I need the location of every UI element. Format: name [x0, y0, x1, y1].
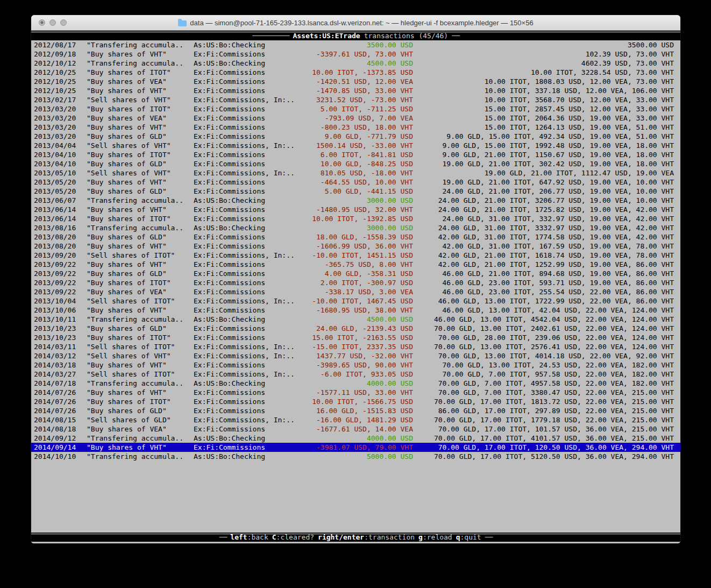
transaction-balance-amount: 46.00 GLD, 23.00 ITOT, 255.54 USD, 22.00… — [413, 287, 674, 296]
transaction-date: 2014/03/11 — [34, 342, 87, 351]
terminal-window: data — simon@pool-71-165-239-133.lsanca.… — [31, 15, 680, 543]
transaction-row[interactable]: 2013/05/20"Buy shares of GLD"Ex:Fi:Commi… — [31, 187, 680, 196]
transaction-balance-amount: 70.00 GLD, 13.00 ITOT, 24.53 USD, 22.00 … — [413, 360, 674, 370]
transaction-description: "Buy shares of ITOT" — [87, 278, 194, 287]
transaction-row[interactable]: 2013/09/20"Sell shares of ITOT"Ex:Fi:Com… — [31, 251, 680, 260]
transaction-date: 2014/08/15 — [34, 415, 87, 424]
transaction-balance-amount: 70.00 GLD, 7.00 ITOT, 957.58 USD, 22.00 … — [413, 370, 674, 379]
transaction-description: "Buy shares of VEA" — [87, 77, 194, 86]
transaction-balance-amount: 70.00 GLD, 17.00 ITOT, 5120.50 USD, 36.0… — [413, 452, 674, 461]
transaction-row[interactable]: 2013/09/22"Buy shares of VHT"Ex:Fi:Commi… — [31, 260, 680, 269]
transaction-row[interactable]: 2013/10/23"Buy shares of GLD"Ex:Fi:Commi… — [31, 324, 680, 333]
key-hint-left: left:back — [230, 533, 268, 541]
transaction-date: 2013/09/22 — [34, 260, 87, 269]
transaction-row[interactable]: 2014/07/26"Buy shares of GLD"Ex:Fi:Commi… — [31, 406, 680, 415]
zoom-button[interactable] — [60, 19, 67, 26]
transaction-row[interactable]: 2013/08/20"Buy shares of VHT"Ex:Fi:Commi… — [31, 242, 680, 251]
transaction-row[interactable]: 2013/10/11"Transfering accumula..As:US:B… — [31, 315, 680, 324]
transaction-row[interactable]: 2014/03/11"Sell shares of ITOT"Ex:Fi:Com… — [31, 342, 680, 351]
transaction-description: "Buy shares of GLD" — [87, 406, 194, 415]
transaction-other-account: Ex:Fi:Commissions — [194, 150, 298, 159]
transaction-row-selected[interactable]: 2014/09/14"Buy shares of VHT"Ex:Fi:Commi… — [31, 443, 680, 452]
empty-terminal-area — [31, 461, 680, 533]
transaction-change-amount: 4.00 GLD, -358.31 USD — [298, 269, 413, 278]
transaction-change-amount: 4000.00 USD — [298, 379, 413, 388]
transaction-date: 2013/08/16 — [34, 223, 87, 232]
transaction-row[interactable]: 2014/10/10"Transfering accumula..As:US:B… — [31, 452, 680, 461]
transaction-row[interactable]: 2014/07/26"Buy shares of VHT"Ex:Fi:Commi… — [31, 388, 680, 397]
transaction-other-account: Ex:Fi:Commissions, In:.. — [194, 415, 298, 424]
transaction-other-account: As:US:Bo:Checking — [194, 40, 298, 49]
transaction-description: "Buy shares of ITOT" — [87, 333, 194, 342]
transaction-row[interactable]: 2014/03/27"Sell shares of ITOT"Ex:Fi:Com… — [31, 370, 680, 379]
transaction-balance-amount: 10.00 ITOT, 3228.54 USD, 73.00 VHT — [413, 68, 674, 77]
transaction-row[interactable]: 2013/08/16"Transfering accumula..As:US:B… — [31, 223, 680, 232]
transaction-change-amount: 810.05 USD, -18.00 VHT — [298, 168, 413, 178]
transaction-row[interactable]: 2012/10/12"Transfering accumula..As:US:B… — [31, 59, 680, 68]
transaction-description: "Buy shares of VHT" — [87, 123, 194, 132]
transaction-row[interactable]: 2013/05/10"Sell shares of VHT"Ex:Fi:Comm… — [31, 168, 680, 178]
transaction-change-amount: -365.75 USD, 8.00 VHT — [298, 260, 413, 269]
transaction-row[interactable]: 2013/06/14"Buy shares of VHT"Ex:Fi:Commi… — [31, 205, 680, 214]
transaction-row[interactable]: 2013/10/06"Buy shares of VHT"Ex:Fi:Commi… — [31, 306, 680, 315]
transaction-change-amount: 2.00 ITOT, -300.97 USD — [298, 278, 413, 287]
close-button[interactable] — [39, 19, 45, 26]
transaction-row[interactable]: 2013/09/22"Buy shares of GLD"Ex:Fi:Commi… — [31, 269, 680, 278]
transaction-date: 2013/05/20 — [34, 187, 87, 196]
transaction-row[interactable]: 2013/03/20"Buy shares of VHT"Ex:Fi:Commi… — [31, 123, 680, 132]
transaction-change-amount: 16.00 GLD, -1515.83 USD — [298, 406, 413, 415]
transaction-row[interactable]: 2013/04/10"Buy shares of GLD"Ex:Fi:Commi… — [31, 159, 680, 168]
transaction-row[interactable]: 2013/10/23"Buy shares of ITOT"Ex:Fi:Comm… — [31, 333, 680, 342]
transaction-change-amount: 3500.00 USD — [298, 40, 413, 49]
transaction-row[interactable]: 2014/03/18"Buy shares of VHT"Ex:Fi:Commi… — [31, 360, 680, 370]
transaction-balance-amount: 42.00 GLD, 21.00 ITOT, 1618.74 USD, 19.0… — [413, 251, 674, 260]
transaction-description: "Buy shares of ITOT" — [87, 214, 194, 223]
transaction-date: 2013/10/04 — [34, 296, 87, 306]
terminal-content: ────────── Assets:US:ETrade transactions… — [31, 31, 680, 543]
transaction-other-account: As:US:Bo:Checking — [194, 59, 298, 68]
transaction-row[interactable]: 2014/09/12"Transfering accumula..As:US:B… — [31, 434, 680, 443]
transaction-other-account: Ex:Fi:Commissions — [194, 68, 298, 77]
transaction-row[interactable]: 2014/07/18"Transfering accumula..As:US:B… — [31, 379, 680, 388]
transaction-description: "Buy shares of ITOT" — [87, 150, 194, 159]
transaction-change-amount: -3981.07 USD, 79.00 VHT — [298, 443, 413, 452]
transaction-other-account: Ex:Fi:Commissions, In:.. — [194, 168, 298, 178]
transaction-balance-amount: 42.00 GLD, 21.00 ITOT, 1252.99 USD, 19.0… — [413, 260, 674, 269]
transaction-description: "Transfering accumula.. — [87, 59, 194, 68]
transaction-row[interactable]: 2014/08/15"Sell shares of GLD"Ex:Fi:Comm… — [31, 415, 680, 424]
transaction-row[interactable]: 2012/10/25"Buy shares of ITOT"Ex:Fi:Comm… — [31, 68, 680, 77]
transaction-row[interactable]: 2013/09/22"Buy shares of VEA"Ex:Fi:Commi… — [31, 287, 680, 296]
transaction-row[interactable]: 2013/09/22"Buy shares of ITOT"Ex:Fi:Comm… — [31, 278, 680, 287]
transaction-row[interactable]: 2014/03/12"Sell shares of VHT"Ex:Fi:Comm… — [31, 351, 680, 360]
transaction-description: "Buy shares of ITOT" — [87, 397, 194, 406]
transaction-description: "Sell shares of ITOT" — [87, 296, 194, 306]
transaction-row[interactable]: 2013/03/20"Buy shares of VEA"Ex:Fi:Commi… — [31, 114, 680, 123]
transaction-change-amount: -1470.85 USD, 33.00 VHT — [298, 86, 413, 95]
transaction-description: "Buy shares of VHT" — [87, 260, 194, 269]
transaction-row[interactable]: 2012/10/25"Buy shares of VEA"Ex:Fi:Commi… — [31, 77, 680, 86]
transaction-other-account: Ex:Fi:Commissions — [194, 443, 298, 452]
transaction-row[interactable]: 2013/02/17"Sell shares of VHT"Ex:Fi:Comm… — [31, 95, 680, 104]
transaction-description: "Sell shares of GLD" — [87, 415, 194, 424]
transaction-row[interactable]: 2013/05/20"Buy shares of VHT"Ex:Fi:Commi… — [31, 178, 680, 187]
transaction-row[interactable]: 2013/03/20"Buy shares of GLD"Ex:Fi:Commi… — [31, 132, 680, 141]
transaction-date: 2012/08/17 — [34, 40, 87, 49]
transaction-balance-amount: 46.00 GLD, 21.00 ITOT, 894.68 USD, 19.00… — [413, 269, 674, 278]
transaction-row[interactable]: 2012/10/25"Buy shares of VHT"Ex:Fi:Commi… — [31, 86, 680, 95]
transaction-row[interactable]: 2013/04/04"Sell shares of VHT"Ex:Fi:Comm… — [31, 141, 680, 150]
transaction-row[interactable]: 2014/07/26"Buy shares of ITOT"Ex:Fi:Comm… — [31, 397, 680, 406]
transaction-row[interactable]: 2013/04/10"Buy shares of ITOT"Ex:Fi:Comm… — [31, 150, 680, 159]
transaction-row[interactable]: 2013/03/20"Buy shares of ITOT"Ex:Fi:Comm… — [31, 104, 680, 114]
transaction-row[interactable]: 2012/09/18"Buy shares of VHT"Ex:Fi:Commi… — [31, 49, 680, 59]
transaction-row[interactable]: 2012/08/17"Transfering accumula..As:US:B… — [31, 40, 680, 49]
transaction-row[interactable]: 2013/08/20"Buy shares of GLD"Ex:Fi:Commi… — [31, 232, 680, 242]
transaction-change-amount: 3000.00 USD — [298, 196, 413, 205]
transaction-row[interactable]: 2013/10/04"Sell shares of ITOT"Ex:Fi:Com… — [31, 296, 680, 306]
transaction-row[interactable]: 2014/08/18"Buy shares of VEA"Ex:Fi:Commi… — [31, 424, 680, 434]
transaction-row[interactable]: 2013/06/07"Transfering accumula..As:US:B… — [31, 196, 680, 205]
minimize-button[interactable] — [49, 19, 56, 26]
transaction-date: 2012/10/25 — [34, 86, 87, 95]
transaction-row[interactable]: 2013/06/14"Buy shares of ITOT"Ex:Fi:Comm… — [31, 214, 680, 223]
transaction-balance-amount: 4602.39 USD, 73.00 VHT — [413, 59, 674, 68]
transaction-other-account: As:US:Bo:Checking — [194, 223, 298, 232]
